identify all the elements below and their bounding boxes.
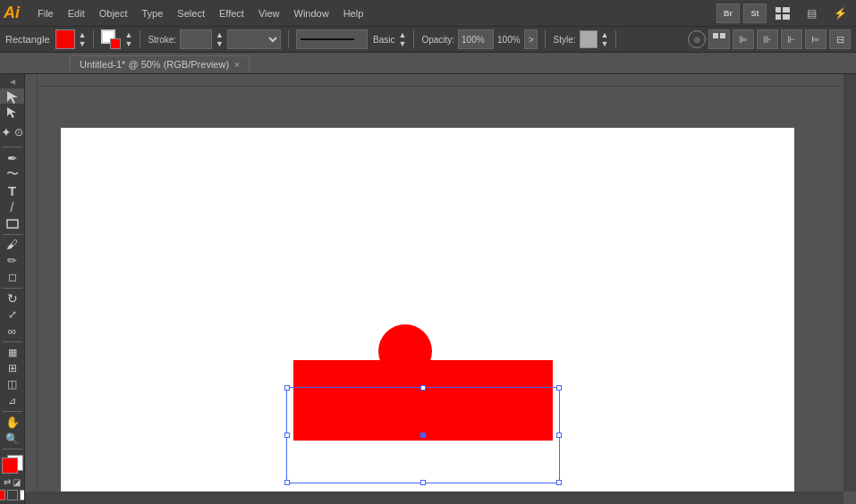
handle-bottom-middle[interactable] [420, 480, 426, 485]
tool-rotate[interactable]: ↻ [0, 290, 25, 306]
stroke-style-arrow[interactable]: ▲▼ [398, 30, 406, 48]
menu-edit[interactable]: Edit [61, 4, 92, 22]
menu-effect[interactable]: Effect [212, 4, 251, 22]
fill-color-swatch[interactable] [55, 29, 75, 49]
tool-zoom[interactable]: 🔍 [0, 431, 25, 446]
separator-6 [615, 30, 616, 48]
handle-middle-right[interactable] [556, 433, 562, 438]
svg-rect-0 [775, 7, 781, 13]
opacity-expand-btn[interactable]: > [524, 29, 538, 49]
menu-select[interactable]: Select [170, 4, 212, 22]
canvas-area[interactable] [25, 74, 856, 504]
handle-bottom-left[interactable] [284, 480, 290, 485]
tool-eyedropper[interactable]: ⊿ [0, 393, 25, 408]
tool-mesh[interactable]: ⊞ [0, 361, 25, 376]
workspace-icon[interactable] [770, 4, 795, 23]
tool-hand[interactable]: ✋ [0, 415, 25, 430]
none-fill-btn[interactable] [7, 490, 18, 500]
top-ruler [25, 74, 856, 87]
svg-marker-6 [7, 91, 18, 104]
selection-box [286, 387, 560, 483]
menu-help[interactable]: Help [336, 4, 371, 22]
align-center-icon[interactable]: ⊪ [757, 29, 778, 49]
menu-window[interactable]: Window [287, 4, 336, 22]
bridge-icon[interactable]: Br [716, 4, 740, 23]
align-right-icon[interactable]: ⊩ [781, 29, 802, 49]
tool-magic-wand[interactable]: ✦ [0, 121, 13, 144]
fill-color-arrow[interactable]: ▲▼ [79, 30, 87, 48]
tool-selection[interactable] [0, 88, 25, 104]
handle-top-middle[interactable] [420, 385, 426, 391]
divider-6 [3, 449, 22, 449]
style-label: Style: [553, 35, 575, 45]
tool-rectangle[interactable] [0, 215, 25, 231]
separator-5 [545, 30, 546, 48]
main-toolbar: Rectangle ▲▼ ▲▼ Stroke: ▲▼ Basic ▲▼ Opac… [0, 26, 856, 53]
menu-object[interactable]: Object [92, 4, 135, 22]
tool-blend[interactable]: ∞ [0, 323, 25, 339]
scroll-bottom[interactable] [25, 491, 843, 504]
tool-gradient[interactable]: ◫ [0, 377, 25, 392]
swap-colors-btn[interactable]: ⇄ [4, 477, 11, 487]
handle-bottom-right[interactable] [556, 480, 562, 485]
scroll-right[interactable] [843, 74, 856, 491]
shape-type-label: Rectangle [5, 34, 50, 45]
arrange-layers-icon[interactable] [708, 29, 730, 49]
lightning-icon[interactable]: ⚡ [827, 4, 852, 23]
tool-scale[interactable]: ⤢ [0, 307, 25, 323]
stock-icon[interactable]: St [743, 4, 767, 23]
divider-4 [3, 341, 22, 342]
handle-middle-left[interactable] [284, 433, 290, 438]
stroke-width-arrow[interactable]: ▲▼ [216, 30, 224, 48]
handle-top-right[interactable] [556, 385, 562, 391]
stroke-label: Stroke: [148, 35, 176, 45]
tab-bar: Untitled-1* @ 50% (RGB/Preview) × [0, 53, 856, 74]
tool-paintbrush[interactable]: 🖌 [0, 237, 25, 252]
rectangle-shape[interactable] [293, 360, 553, 441]
tool-eraser[interactable]: ◻ [0, 270, 25, 285]
stroke-color-swatch[interactable] [101, 29, 121, 49]
basic-style-label: Basic [373, 35, 394, 45]
handle-top-left[interactable] [284, 385, 290, 391]
reset-colors-btn[interactable]: ◪ [13, 477, 21, 487]
align-left-icon[interactable]: ⊫ [733, 29, 754, 49]
tool-lasso[interactable]: ⊙ [13, 121, 25, 144]
fill-color-area[interactable] [2, 458, 18, 474]
color-mode-row [0, 490, 25, 500]
globe-icon[interactable]: ⊕ [688, 30, 706, 48]
tool-pen[interactable]: ✒ [0, 150, 25, 165]
opacity-input[interactable] [458, 29, 494, 49]
tools-panel: ◀ ✦ ⊙ ✒ 〜 T / 🖌 ✏ ◻ ↻ ⤢ ∞ ▦ ⊞ ◫ ⊿ [0, 74, 25, 504]
menu-file[interactable]: File [30, 4, 61, 22]
separator-1 [93, 30, 94, 48]
svg-rect-4 [713, 33, 718, 38]
tool-row-magic: ✦ ⊙ [0, 121, 25, 144]
transform-icon[interactable]: ⊟ [829, 29, 851, 49]
handle-center[interactable] [420, 433, 426, 438]
menu-right-icons: Br St ▤ ⚡ [716, 4, 852, 23]
stroke-style-display[interactable] [296, 29, 368, 49]
stroke-color-arrow[interactable]: ▲▼ [124, 30, 132, 48]
style-color-swatch[interactable] [580, 30, 598, 48]
tool-direct-selection[interactable] [0, 105, 25, 120]
arrange-icon[interactable]: ▤ [799, 4, 824, 23]
menu-type[interactable]: Type [135, 4, 171, 22]
tool-type[interactable]: T [0, 183, 25, 198]
svg-rect-3 [783, 14, 790, 20]
tool-pencil[interactable]: ✏ [0, 253, 25, 268]
stroke-type-select[interactable] [227, 29, 281, 49]
stroke-width-input[interactable] [180, 29, 212, 49]
color-fill-btn[interactable] [0, 490, 5, 500]
tab-close-btn[interactable]: × [234, 60, 240, 70]
panel-collapse-btn[interactable]: ◀ [10, 78, 15, 86]
svg-marker-7 [7, 107, 16, 118]
style-arrow[interactable]: ▲▼ [601, 30, 609, 48]
document-tab[interactable]: Untitled-1* @ 50% (RGB/Preview) × [70, 55, 250, 73]
divider-5 [3, 411, 22, 412]
tool-curvature[interactable]: 〜 [0, 166, 25, 182]
menu-view[interactable]: View [251, 4, 287, 22]
tool-graph[interactable]: ▦ [0, 345, 25, 360]
tool-line[interactable]: / [0, 199, 25, 214]
color-area [0, 456, 25, 475]
distribute-icon[interactable]: ⊨ [805, 29, 826, 49]
